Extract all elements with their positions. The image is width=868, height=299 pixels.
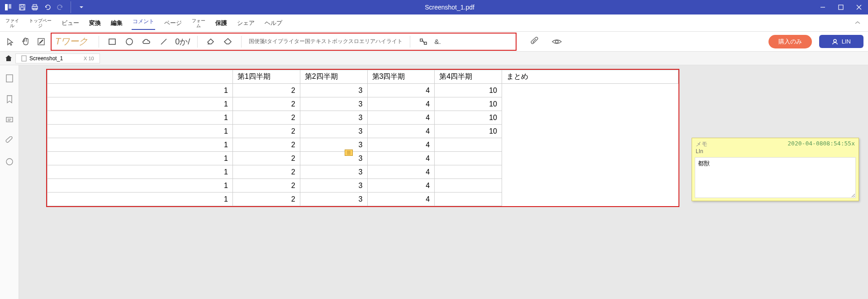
tab-close-info[interactable]: X 10 bbox=[84, 56, 94, 61]
visibility-icon[interactable] bbox=[551, 36, 563, 48]
document-tab-bar: Screenshot_1 X 10 bbox=[0, 52, 868, 65]
menu-help[interactable]: ヘルプ bbox=[264, 17, 283, 29]
select-tool-icon[interactable] bbox=[5, 36, 16, 48]
table-cell: 10 bbox=[435, 125, 502, 138]
table-cell: 2 bbox=[233, 111, 300, 125]
collapse-ribbon-icon[interactable] bbox=[854, 21, 861, 25]
link-icon[interactable] bbox=[417, 36, 429, 48]
minimize-button[interactable] bbox=[814, 0, 832, 14]
svg-rect-16 bbox=[420, 39, 422, 41]
svg-point-14 bbox=[126, 39, 133, 45]
svg-rect-9 bbox=[839, 5, 843, 10]
svg-rect-22 bbox=[6, 75, 13, 82]
redo-icon[interactable] bbox=[56, 3, 64, 11]
thumbnails-icon[interactable] bbox=[5, 73, 14, 83]
comments-icon[interactable] bbox=[5, 115, 14, 125]
table-cell: 3 bbox=[300, 111, 367, 125]
title-bar: Screenshot_1.pdf bbox=[0, 0, 868, 14]
home-icon[interactable] bbox=[4, 53, 14, 63]
svg-point-26 bbox=[6, 159, 13, 165]
table-cell: 4 bbox=[367, 125, 435, 138]
svg-point-19 bbox=[555, 40, 558, 43]
app-logo-icon bbox=[4, 3, 13, 12]
menu-protect[interactable]: 保護 bbox=[214, 17, 228, 29]
svg-rect-4 bbox=[20, 8, 24, 10]
table-cell: 1 bbox=[47, 125, 233, 138]
purchase-button[interactable]: 購入のみ bbox=[768, 35, 812, 48]
dropdown-icon[interactable] bbox=[77, 3, 85, 11]
svg-rect-1 bbox=[9, 4, 11, 9]
table-cell bbox=[435, 179, 502, 193]
eraser2-icon[interactable] bbox=[222, 36, 234, 48]
table-cell: 4 bbox=[367, 165, 435, 179]
document-canvas[interactable]: 第1四半期第2四半期第3四半期第4四半期まとめ 1234101234101234… bbox=[19, 65, 868, 299]
menu-convert[interactable]: 変換 bbox=[88, 17, 102, 29]
table-cell: 3 bbox=[300, 193, 367, 206]
rectangle-shape-icon[interactable] bbox=[106, 36, 118, 48]
user-button[interactable]: LIN bbox=[819, 35, 863, 48]
table-cell: 3 bbox=[300, 125, 367, 138]
chat-icon[interactable] bbox=[5, 157, 14, 167]
window-title: Screenshot_1.pdf bbox=[85, 4, 814, 11]
attachments-icon[interactable] bbox=[5, 136, 14, 146]
pdf-page: 第1四半期第2四半期第3四半期第4四半期まとめ 1234101234101234… bbox=[46, 69, 679, 207]
table-cell: 3 bbox=[300, 165, 367, 179]
table-cell bbox=[435, 193, 502, 206]
amp-label[interactable]: &. bbox=[435, 38, 441, 45]
table-cell: 2 bbox=[233, 97, 300, 111]
table-header: 第1四半期 bbox=[233, 70, 300, 84]
hand-tool-icon[interactable] bbox=[20, 36, 32, 48]
table-cell: 1 bbox=[47, 138, 233, 152]
save-icon[interactable] bbox=[18, 3, 26, 11]
print-icon[interactable] bbox=[31, 3, 39, 11]
eraser-icon[interactable] bbox=[205, 36, 217, 48]
sticky-timestamp: 2020-04-0808:54:55x bbox=[787, 140, 855, 148]
menu-form[interactable]: フォー ム bbox=[191, 16, 206, 30]
menu-edit[interactable]: 編集 bbox=[110, 17, 123, 29]
table-header: まとめ bbox=[502, 70, 678, 84]
twork-label[interactable]: Tワーク bbox=[55, 35, 88, 48]
sticky-note[interactable]: メモ 2020-04-0808:54:55x LIn 都獣 bbox=[692, 138, 859, 201]
table-cell: 4 bbox=[367, 138, 435, 152]
close-button[interactable] bbox=[850, 0, 868, 14]
attachment-icon[interactable] bbox=[529, 36, 541, 48]
circle-shape-icon[interactable] bbox=[123, 36, 135, 48]
table-row: 123410 bbox=[47, 111, 678, 125]
document-tab[interactable]: Screenshot_1 X 10 bbox=[15, 53, 100, 63]
menu-home[interactable]: トップペー ジ bbox=[28, 16, 52, 30]
undo-icon[interactable] bbox=[43, 3, 52, 11]
cloud-shape-icon[interactable] bbox=[141, 36, 152, 48]
menu-view[interactable]: ビュー bbox=[61, 17, 80, 29]
bookmarks-icon[interactable] bbox=[5, 94, 14, 104]
doc-icon bbox=[21, 55, 27, 62]
svg-rect-13 bbox=[109, 39, 115, 44]
user-icon bbox=[832, 39, 838, 45]
table-cell: 3 bbox=[300, 152, 367, 165]
svg-point-20 bbox=[834, 39, 836, 42]
maximize-button[interactable] bbox=[832, 0, 850, 14]
svg-rect-23 bbox=[6, 117, 13, 122]
menu-file[interactable]: ファイ ル bbox=[5, 16, 20, 30]
text-tools-label[interactable]: 国便箋tタイプライター国テキストボックスロエリアハイライト bbox=[249, 38, 402, 45]
edit-tool-icon[interactable] bbox=[35, 36, 47, 48]
svg-line-15 bbox=[161, 39, 166, 44]
svg-rect-3 bbox=[21, 5, 24, 6]
table-cell: 2 bbox=[233, 125, 300, 138]
zero-ka-label[interactable]: 0か/ bbox=[175, 36, 190, 47]
table-cell: 4 bbox=[367, 97, 435, 111]
table-cell: 4 bbox=[367, 84, 435, 97]
table-cell: 1 bbox=[47, 179, 233, 193]
table-cell: 10 bbox=[435, 97, 502, 111]
table-header: 第3四半期 bbox=[367, 70, 435, 84]
menu-share[interactable]: シェア bbox=[236, 17, 256, 29]
sticky-author: LIn bbox=[692, 148, 859, 156]
note-marker-icon[interactable] bbox=[345, 150, 353, 156]
table-cell: 2 bbox=[233, 84, 300, 97]
table-cell: 10 bbox=[435, 111, 502, 125]
sticky-body[interactable]: 都獣 bbox=[695, 157, 856, 198]
line-shape-icon[interactable] bbox=[158, 36, 170, 48]
table-cell: 2 bbox=[233, 165, 300, 179]
menu-page[interactable]: ページ bbox=[163, 17, 183, 29]
table-cell: 1 bbox=[47, 111, 233, 125]
menu-comment[interactable]: コメント bbox=[132, 16, 155, 30]
